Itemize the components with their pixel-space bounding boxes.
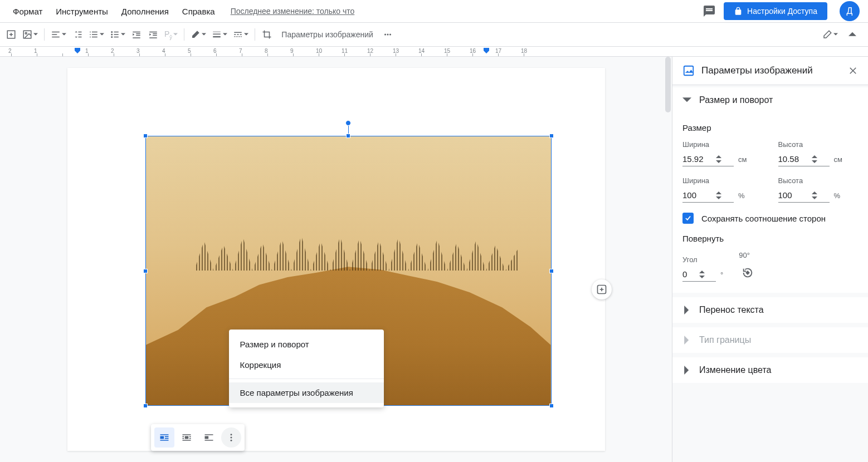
border-weight-button[interactable] [209, 26, 230, 43]
menu-format[interactable]: Формат [8, 4, 47, 18]
panel-size-rotate: Размер и поворот Размер Ширина [672, 87, 868, 293]
clear-formatting-button[interactable]: Рӯ [162, 26, 180, 43]
scrollbar-thumb[interactable] [665, 57, 671, 112]
menu-correction[interactable]: Коррекция [229, 355, 384, 375]
panel-text-wrap: Перенос текста [672, 297, 868, 323]
editing-mode-button[interactable] [820, 26, 840, 43]
chevron-down-icon [682, 96, 691, 105]
panel-header-border-type[interactable]: Тип границы [672, 327, 868, 353]
border-color-button[interactable] [188, 26, 208, 43]
decrease-indent-button[interactable] [129, 26, 144, 43]
last-edit-link[interactable]: Последнее изменение: только что [231, 7, 355, 16]
insert-table-button[interactable] [3, 26, 19, 43]
context-menu: Размер и поворот Коррекция Все параметры… [229, 330, 384, 407]
svg-rect-11 [184, 436, 188, 439]
increase-indent-button[interactable] [145, 26, 161, 43]
ruler-mark: 1 [88, 47, 114, 57]
avatar[interactable]: Д [840, 1, 860, 21]
ruler-mark: 11 [344, 47, 370, 57]
scrollbar-track[interactable] [664, 57, 672, 462]
resize-handle-br[interactable] [549, 404, 554, 408]
ruler-mark: 2 [114, 47, 139, 57]
panel-header-recolor[interactable]: Изменение цвета [672, 357, 868, 383]
menu-help[interactable]: Справка [178, 4, 220, 18]
stepper-up-icon[interactable] [699, 270, 705, 274]
stepper-down-icon[interactable] [716, 195, 721, 200]
wrap-text-button[interactable] [177, 427, 197, 448]
stepper-down-icon[interactable] [812, 195, 817, 200]
panel-recolor: Изменение цвета [672, 357, 868, 383]
right-indent-marker[interactable] [484, 48, 489, 56]
toolbar: Рӯ Параметры изображений [0, 22, 868, 47]
width-pct-input[interactable] [682, 188, 734, 203]
align-button[interactable] [48, 26, 69, 43]
panel-header-text-wrap[interactable]: Перенос текста [672, 297, 868, 323]
stepper-up-icon[interactable] [812, 191, 817, 195]
width-cm-input[interactable] [682, 152, 734, 166]
menu-size-rotate[interactable]: Размер и поворот [229, 334, 384, 355]
height-pct-input[interactable] [778, 188, 830, 203]
svg-point-13 [230, 434, 232, 435]
resize-handle-tm[interactable] [346, 134, 350, 138]
chevron-right-icon [682, 366, 691, 375]
menu-bar: Формат Инструменты Дополнения Справка По… [0, 0, 868, 22]
menu-all-params[interactable]: Все параметры изображения [229, 382, 384, 403]
menu-separator [229, 379, 384, 379]
angle-input[interactable] [682, 267, 716, 282]
resize-handle-mr[interactable] [549, 269, 554, 273]
resize-handle-tl[interactable] [143, 134, 148, 138]
float-more-button[interactable] [221, 427, 241, 448]
crop-button[interactable] [259, 26, 275, 43]
horizontal-ruler[interactable]: 21123456789101112131415161718 [0, 47, 868, 57]
wrap-break-button[interactable] [199, 427, 219, 448]
rotation-handle[interactable] [345, 120, 351, 126]
numbered-list-button[interactable] [86, 26, 106, 43]
width-pct-label: Ширина [682, 176, 763, 185]
resize-handle-ml[interactable] [143, 269, 148, 273]
collapse-toolbar-button[interactable] [845, 26, 860, 43]
border-dash-button[interactable] [231, 26, 251, 43]
svg-point-6 [384, 34, 386, 36]
share-button[interactable]: Настройки Доступа [724, 2, 827, 20]
height-label: Высота [778, 140, 859, 149]
height-cm-input[interactable] [778, 152, 830, 166]
close-sidebar-button[interactable] [848, 66, 858, 76]
image-options-button[interactable]: Параметры изображений [276, 30, 379, 39]
rotate-90-button[interactable] [739, 264, 757, 282]
image-icon [682, 65, 695, 77]
stepper-up-icon[interactable] [812, 155, 817, 159]
stepper-down-icon[interactable] [812, 159, 817, 164]
ruler-mark: 8 [267, 47, 293, 57]
menu-tools[interactable]: Инструменты [51, 4, 113, 18]
wrap-inline-button[interactable] [154, 427, 174, 448]
stepper-up-icon[interactable] [716, 155, 721, 159]
document-page: Размер и поворот Коррекция Все параметры… [67, 68, 605, 451]
svg-rect-10 [160, 436, 164, 439]
stepper-down-icon[interactable] [699, 274, 705, 279]
line-spacing-button[interactable] [70, 26, 85, 43]
insert-image-button[interactable] [20, 26, 40, 43]
more-button[interactable] [380, 26, 396, 43]
add-comment-button[interactable] [592, 279, 612, 299]
comments-icon[interactable] [699, 1, 719, 21]
lock-ratio-checkbox[interactable] [682, 213, 694, 224]
svg-rect-12 [204, 436, 208, 439]
rotate-90-label: 90° [739, 251, 757, 259]
svg-point-2 [25, 32, 27, 34]
ruler-mark: 13 [396, 47, 421, 57]
sidebar-title: Параметры изображений [701, 65, 841, 76]
document-canvas[interactable]: Размер и поворот Коррекция Все параметры… [0, 57, 672, 462]
ruler-mark: 1 [37, 47, 62, 57]
stepper-down-icon[interactable] [716, 159, 721, 164]
panel-header-size-rotate[interactable]: Размер и поворот [672, 87, 868, 113]
resize-handle-tr[interactable] [549, 134, 554, 138]
ruler-mark: 4 [165, 47, 191, 57]
left-indent-marker[interactable] [75, 48, 80, 56]
menu-addons[interactable]: Дополнения [117, 4, 173, 18]
lock-icon [734, 7, 743, 16]
resize-handle-bl[interactable] [143, 404, 148, 408]
ruler-mark: 7 [242, 47, 267, 57]
share-button-label: Настройки Доступа [747, 7, 817, 16]
stepper-up-icon[interactable] [716, 191, 721, 195]
bulleted-list-button[interactable] [108, 26, 128, 43]
